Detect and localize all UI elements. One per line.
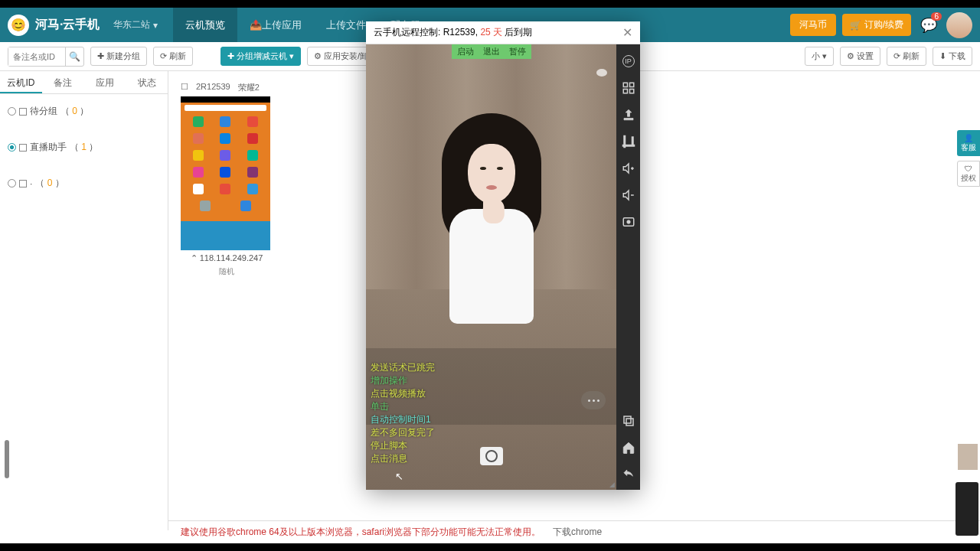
resize-grip[interactable]: ◢ <box>609 481 615 488</box>
record-icon[interactable] <box>621 214 636 230</box>
camera-button[interactable] <box>480 447 503 465</box>
remote-control-modal: 云手机远程控制: R12539, 25 天 后到期 ✕ 启动退出暂停 <box>366 21 640 490</box>
user-avatar[interactable] <box>946 12 972 38</box>
refresh-button[interactable]: ⟳ 刷新 <box>153 47 193 66</box>
tab-note[interactable]: 备注 <box>42 71 84 93</box>
footer-bar: 建议使用谷歌chrome 64及以上版本浏览器，safari浏览器下部分功能可能… <box>168 520 980 543</box>
apps-icon[interactable] <box>621 80 636 96</box>
svg-rect-3 <box>629 90 633 93</box>
nav-preview[interactable]: 云机预览 <box>173 8 237 42</box>
crop-icon[interactable] <box>621 134 636 149</box>
tab-app[interactable]: 应用 <box>84 71 126 93</box>
order-button[interactable]: 🛒 订购/续费 <box>842 14 911 36</box>
device-card[interactable]: ☐2R12539荣耀2 ⌃ 118.114.249.247 随机 <box>181 79 273 277</box>
group-pending[interactable]: 待分组 （ 0 ） <box>8 100 160 122</box>
browser-warning: 建议使用谷歌chrome 64及以上版本浏览器，safari浏览器下部分功能可能… <box>181 526 541 539</box>
messages-icon[interactable]: 💬6 <box>917 14 940 37</box>
brand-name: 河马·云手机 <box>35 17 100 33</box>
brand-logo[interactable]: 河马·云手机 <box>8 15 100 36</box>
svg-rect-2 <box>623 90 627 93</box>
script-controls[interactable]: 启动退出暂停 <box>452 44 531 59</box>
device-screen[interactable]: 启动退出暂停 发送话术已跳完增加操作点击视频播放单击自动控制时间1差不多回复完了… <box>366 44 616 490</box>
modal-title: 云手机远程控制: R12539, 25 天 后到期 <box>374 26 532 39</box>
search-input[interactable] <box>8 47 65 66</box>
mini-preview[interactable] <box>957 443 978 471</box>
coin-button[interactable]: 河马币 <box>790 14 836 36</box>
tab-cloud-id[interactable]: 云机ID <box>0 71 42 93</box>
tab-status[interactable]: 状态 <box>126 71 168 93</box>
refresh2-button[interactable]: ⟳ 刷新 <box>887 47 926 66</box>
svg-rect-1 <box>629 83 633 86</box>
svg-rect-7 <box>624 416 631 423</box>
left-panel: 云机ID 备注 应用 状态 待分组 （ 0 ） 直播助手 （ 1 ） · （ 0… <box>0 71 168 530</box>
new-group-button[interactable]: ✚ 新建分组 <box>90 47 147 66</box>
copy-icon[interactable] <box>621 413 636 429</box>
upload-icon[interactable] <box>621 107 636 122</box>
nav-upload-app[interactable]: 📤 上传应用 <box>237 8 314 42</box>
customer-service-button[interactable]: 👤客服 <box>957 130 980 156</box>
settings-button[interactable]: ⚙ 设置 <box>840 47 880 66</box>
group-live-assist[interactable]: 直播助手 （ 1 ） <box>8 136 160 158</box>
group-other[interactable]: · （ 0 ） <box>8 172 160 194</box>
svg-rect-6 <box>626 419 633 425</box>
auth-button[interactable]: 🛡授权 <box>957 161 980 187</box>
volume-down-icon[interactable] <box>621 187 636 203</box>
volume-up-icon[interactable] <box>621 161 636 176</box>
station-selector[interactable]: 华东二站▾ <box>113 18 158 31</box>
volume-slider[interactable] <box>5 440 9 478</box>
close-icon[interactable]: ✕ <box>622 25 632 40</box>
assign-group-button[interactable]: ✚ 分组增减云机 ▾ <box>220 47 301 66</box>
svg-point-5 <box>626 220 630 224</box>
cursor-icon: ↖ <box>395 471 403 482</box>
home-icon[interactable] <box>621 440 636 455</box>
back-icon[interactable] <box>621 467 636 482</box>
size-button[interactable]: 小 ▾ <box>805 47 834 66</box>
chrome-download-link[interactable]: 下载chrome <box>553 526 602 539</box>
search-icon[interactable]: 🔍 <box>65 47 83 66</box>
download-button[interactable]: ⬇ 下载 <box>933 47 972 66</box>
logo-icon <box>8 15 29 36</box>
ip-icon[interactable]: IP <box>621 54 636 69</box>
modal-header: 云手机远程控制: R12539, 25 天 后到期 ✕ <box>366 21 640 44</box>
svg-rect-0 <box>623 83 627 86</box>
bottom-control[interactable] <box>956 482 978 536</box>
device-thumbnail[interactable] <box>181 96 270 250</box>
search-box: 🔍 <box>8 47 84 67</box>
device-toolbar: IP <box>616 44 640 490</box>
